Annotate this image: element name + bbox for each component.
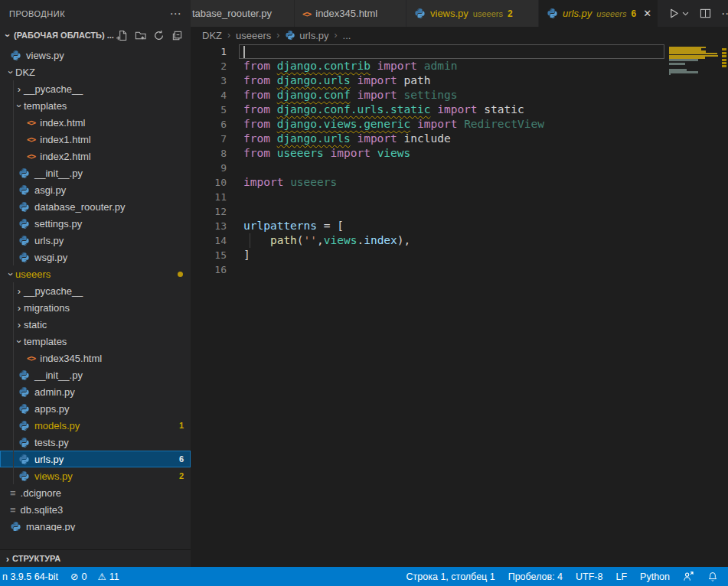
feedback-icon[interactable] (683, 571, 694, 582)
chevron-right-icon: › (15, 319, 24, 330)
tree-item-asgi-py[interactable]: asgi.py (0, 181, 191, 198)
tree-item-tests-py[interactable]: tests.py (0, 434, 191, 451)
tree-folder--pycache-[interactable]: ›__pycache__ (0, 282, 191, 299)
explorer-title: ПРОВОДНИК (9, 9, 65, 18)
chevron-down-icon: › (14, 337, 25, 346)
tab-views-py[interactable]: views.pyuseeers2 (406, 0, 538, 27)
collapse-all-icon[interactable] (171, 30, 183, 41)
language-mode-item[interactable]: Python (640, 571, 670, 582)
close-icon[interactable]: ✕ (643, 8, 651, 19)
tree-folder-templates[interactable]: ›templates (0, 333, 191, 350)
overview-ruler[interactable] (720, 44, 728, 567)
html-icon: <> (27, 151, 35, 161)
tree-folder-useeers[interactable]: ›useeers (0, 265, 191, 282)
new-folder-icon[interactable] (135, 30, 146, 41)
tab-label: index345.html (315, 8, 377, 19)
code-line: 16 (191, 262, 728, 277)
tree-item-index1-html[interactable]: <>index1.html (0, 131, 191, 148)
tree-item-label: index.html (40, 117, 85, 129)
notifications-bell-icon[interactable] (707, 571, 718, 582)
run-python-file-icon[interactable] (668, 8, 680, 19)
tree-item-settings-py[interactable]: settings.py (0, 215, 191, 232)
tree-item-label: apps.py (34, 403, 70, 415)
tree-folder-dkz[interactable]: ›DKZ (0, 63, 191, 80)
code-line: 13urlpatterns = [ (191, 219, 728, 233)
tree-item-apps-py[interactable]: apps.py (0, 400, 191, 417)
problems-count-badge: 6 (179, 454, 184, 464)
tree-item--init-py[interactable]: __init__.py (0, 366, 191, 383)
tab-label: views.py (430, 8, 468, 19)
file-icon: ≡ (10, 487, 16, 499)
line-number: 5 (191, 103, 227, 117)
tree-item-index2-html[interactable]: <>index2.html (0, 148, 191, 164)
split-editor-icon[interactable] (700, 8, 711, 19)
breadcrumb-item-dkz[interactable]: DKZ (202, 30, 222, 41)
tree-item-label: views.py (34, 470, 73, 482)
problems-item[interactable]: ⊘ 0 ⚠ 11 (70, 571, 119, 582)
tab-urls-py[interactable]: urls.pyuseeers6✕ (539, 0, 658, 27)
tree-item-db-sqlite3[interactable]: ≡db.sqlite3 (0, 501, 191, 518)
tree-item-urls-py[interactable]: urls.py6 (0, 451, 191, 467)
tab-index345-html[interactable]: <>index345.html (295, 0, 406, 27)
python-icon (18, 252, 30, 263)
tree-item-admin-py[interactable]: admin.py (0, 383, 191, 400)
status-bar: n 3.9.5 64-bit ⊘ 0 ⚠ 11 Строка 1, столбе… (0, 567, 728, 586)
tree-item-wsgi-py[interactable]: wsgi.py (0, 249, 191, 265)
line-number: 14 (191, 233, 227, 248)
python-icon (285, 30, 295, 41)
tree-item--dcignore[interactable]: ≡.dcignore (0, 484, 191, 501)
refresh-icon[interactable] (153, 30, 165, 41)
breadcrumb-item--[interactable]: ... (343, 30, 351, 41)
tree-item-views-py[interactable]: views.py (0, 47, 191, 63)
tabs-container: tabase_roouter.py<>index345.html views.p… (191, 0, 658, 27)
cursor-position-item[interactable]: Строка 1, столбец 1 (406, 571, 495, 582)
explorer-more-actions-icon[interactable]: ⋯ (170, 7, 182, 21)
indentation-item[interactable]: Пробелов: 4 (508, 571, 563, 582)
error-count: 0 (81, 571, 87, 582)
new-file-icon[interactable] (116, 30, 128, 41)
line-number: 10 (191, 175, 227, 190)
tree-item-urls-py[interactable]: urls.py (0, 232, 191, 249)
python-icon (18, 454, 30, 465)
tree-item--init-py[interactable]: __init__.py (0, 164, 191, 181)
python-icon (18, 235, 30, 246)
python-icon (18, 201, 30, 213)
tree-item-views-py[interactable]: views.py2 (0, 467, 191, 484)
tab-tabase-roouter-py[interactable]: tabase_roouter.py (191, 0, 294, 27)
breadcrumb-item-useeers[interactable]: useeers (236, 30, 271, 41)
python-icon (18, 403, 30, 415)
line-number: 9 (191, 161, 227, 175)
code-editor[interactable]: 12from django.contrib import admin3from … (191, 44, 728, 567)
run-dropdown-icon[interactable] (681, 9, 690, 18)
code-line: 9 (191, 161, 728, 175)
explorer-toolbar (116, 30, 191, 41)
tree-item-label: __pycache__ (24, 83, 83, 95)
eol-item[interactable]: LF (615, 571, 627, 582)
tree-item-label: templates (24, 100, 67, 112)
tree-item-database-roouter-py[interactable]: database_roouter.py (0, 198, 191, 215)
chevron-right-icon: › (335, 30, 338, 41)
tree-folder-migrations[interactable]: ›migrations (0, 299, 191, 316)
warning-icon: ⚠ (97, 571, 106, 582)
python-icon (414, 8, 426, 19)
line-number: 13 (191, 219, 227, 233)
encoding-item[interactable]: UTF-8 (576, 571, 602, 582)
tree-item-models-py[interactable]: models.py1 (0, 417, 191, 434)
breadcrumb-item-urls-py[interactable]: urls.py (285, 30, 328, 41)
python-interpreter-item[interactable]: n 3.9.5 64-bit (2, 571, 58, 582)
line-number: 7 (191, 132, 227, 146)
minimap[interactable] (668, 44, 720, 143)
more-actions-icon[interactable]: ⋯ (721, 7, 728, 21)
outline-section-header[interactable]: › СТРУКТУРА (0, 549, 191, 567)
code-line: 12 (191, 204, 728, 219)
tree-item-index-html[interactable]: <>index.html (0, 114, 191, 131)
tree-item-index345-html[interactable]: <>index345.html (0, 350, 191, 366)
tree-folder-static[interactable]: ›static (0, 316, 191, 333)
tree-item-manage-py[interactable]: manage.py (0, 518, 191, 531)
warning-ruler-tick (722, 48, 726, 50)
tree-folder-templates[interactable]: ›templates (0, 97, 191, 114)
tree-folder--pycache-[interactable]: ›__pycache__ (0, 80, 191, 97)
tree-item-label: db.sqlite3 (21, 504, 64, 516)
workspace-section-header[interactable]: › (РАБОЧАЯ ОБЛАСТЬ) ... (0, 27, 191, 44)
warning-ruler-tick (722, 65, 726, 67)
